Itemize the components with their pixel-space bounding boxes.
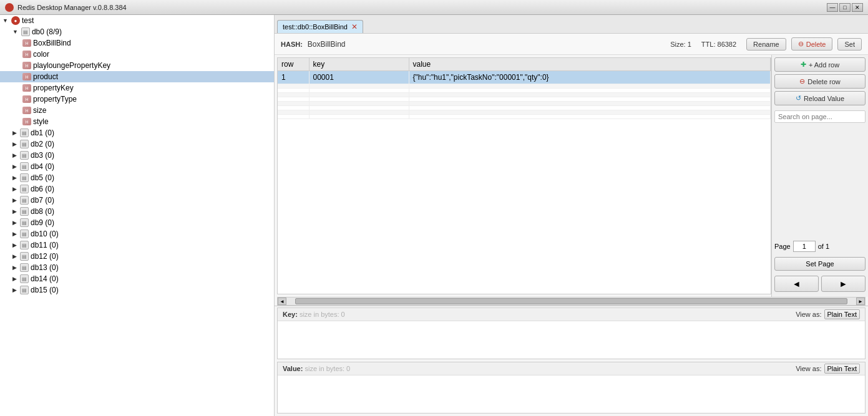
close-button[interactable]: ✕ — [852, 3, 863, 12]
value-view-dropdown[interactable]: Plain Text — [824, 364, 861, 374]
key-playloungePropertyKey[interactable]: H playloungePropertyKey — [0, 60, 274, 71]
content-area: test::db0::BoxBillBind ✕ HASH: BoxBillBi… — [275, 15, 868, 416]
db14-label: db14 (0) — [31, 274, 59, 283]
set-page-button[interactable]: Set Page — [774, 257, 866, 271]
table-row[interactable] — [278, 84, 771, 89]
horizontal-scrollbar[interactable]: ◄ ► — [277, 297, 866, 306]
hash-icon-3: H — [22, 73, 31, 80]
tab-label: test::db0::BoxBillBind — [283, 23, 348, 31]
prev-page-button[interactable]: ◄ — [774, 276, 819, 292]
maximize-button[interactable]: □ — [839, 3, 851, 12]
db8-node[interactable]: ▶ ▤ db8 (0) — [0, 206, 274, 217]
page-number-input[interactable] — [793, 241, 816, 252]
delete-button[interactable]: ⊖ Delete — [791, 37, 833, 51]
delete-row-button[interactable]: ⊖ Delete row — [774, 74, 866, 89]
db7-node[interactable]: ▶ ▤ db7 (0) — [0, 195, 274, 206]
next-page-button[interactable]: ► — [821, 276, 866, 292]
db11-node[interactable]: ▶ ▤ db11 (0) — [0, 239, 274, 251]
db5-node[interactable]: ▶ ▤ db5 (0) — [0, 172, 274, 183]
set-button[interactable]: Set — [837, 38, 862, 51]
db9-label: db9 (0) — [31, 218, 54, 227]
cell-row: 1 — [278, 71, 309, 84]
key-propertyKey[interactable]: H propertyKey — [0, 82, 274, 94]
key-view-dropdown[interactable]: Plain Text — [824, 309, 861, 319]
key-panel-label: Key: size in bytes: 0 — [283, 311, 345, 318]
db12-label: db12 (0) — [31, 252, 59, 261]
db6-node[interactable]: ▶ ▤ db6 (0) — [0, 183, 274, 195]
db9-icon: ▤ — [20, 218, 29, 227]
key-size[interactable]: H size — [0, 105, 274, 116]
value-panel-content — [278, 375, 865, 413]
cell-value: {"hu":"hu1","pickTaskNo":"00001","qty":0… — [409, 71, 771, 84]
db4-node[interactable]: ▶ ▤ db4 (0) — [0, 161, 274, 172]
scroll-thumb[interactable] — [295, 298, 847, 304]
reload-value-button[interactable]: ↺ Reload Value — [774, 91, 866, 105]
table-row[interactable] — [278, 115, 771, 119]
db4-label: db4 (0) — [31, 162, 54, 171]
server-node[interactable]: ▼ ● test — [0, 15, 274, 26]
prev-icon: ◄ — [792, 279, 801, 289]
db2-icon: ▤ — [20, 140, 29, 148]
table-row[interactable] — [278, 93, 771, 97]
key-propertyType[interactable]: H propertyType — [0, 94, 274, 105]
key-style[interactable]: H style — [0, 116, 274, 127]
table-row[interactable] — [278, 110, 771, 115]
table-row[interactable]: 1 00001 {"hu":"hu1","pickTaskNo":"00001"… — [278, 71, 771, 84]
db3-node[interactable]: ▶ ▤ db3 (0) — [0, 150, 274, 161]
db4-icon: ▤ — [20, 162, 29, 171]
db15-label: db15 (0) — [31, 286, 59, 294]
table-row[interactable] — [278, 102, 771, 106]
table-row[interactable] — [278, 97, 771, 102]
db2-node[interactable]: ▶ ▤ db2 (0) — [0, 138, 274, 150]
bottom-area: Key: size in bytes: 0 View as: Plain Tex… — [275, 306, 868, 416]
tab-boxbillbind[interactable]: test::db0::BoxBillBind ✕ — [277, 20, 363, 33]
db5-label: db5 (0) — [31, 173, 54, 182]
scroll-right-arrow[interactable]: ► — [856, 297, 865, 305]
db13-icon: ▤ — [20, 263, 29, 272]
rename-button[interactable]: Rename — [746, 38, 786, 51]
db3-triangle: ▶ — [12, 152, 17, 158]
table-row[interactable] — [278, 89, 771, 93]
db14-node[interactable]: ▶ ▤ db14 (0) — [0, 273, 274, 284]
db13-node[interactable]: ▶ ▤ db13 (0) — [0, 262, 274, 273]
key-color[interactable]: H color — [0, 49, 274, 60]
add-row-button[interactable]: ✚ + Add row — [774, 57, 866, 72]
db1-node[interactable]: ▶ ▤ db1 (0) — [0, 127, 274, 138]
db0-node[interactable]: ▼ ▤ db0 (8/9) — [0, 26, 274, 37]
db10-node[interactable]: ▶ ▤ db10 (0) — [0, 228, 274, 239]
hash-icon-4: H — [22, 84, 31, 92]
db15-node[interactable]: ▶ ▤ db15 (0) — [0, 284, 274, 296]
value-view-as: View as: Plain Text — [796, 364, 860, 374]
ttl-label: TTL: 86382 — [701, 41, 736, 48]
tab-close-icon[interactable]: ✕ — [351, 22, 358, 31]
db10-label: db10 (0) — [31, 230, 59, 238]
db12-node[interactable]: ▶ ▤ db12 (0) — [0, 251, 274, 262]
server-label: test — [22, 16, 34, 25]
value-panel: Value: size in bytes: 0 View as: Plain T… — [277, 362, 866, 414]
key-label-4: propertyKey — [33, 84, 74, 92]
db8-label: db8 (0) — [31, 207, 54, 216]
key-product[interactable]: H product — [0, 71, 274, 82]
db14-triangle: ▶ — [12, 276, 17, 282]
scroll-left-arrow[interactable]: ◄ — [278, 297, 286, 305]
key-label-5: propertyType — [33, 95, 77, 104]
key-label-6: size — [33, 106, 46, 115]
title-bar: Redis Desktop Manager v.0.8.8.384 — □ ✕ — [0, 0, 868, 15]
hash-icon-7: H — [22, 118, 31, 125]
app-icon — [5, 3, 14, 12]
db12-icon: ▤ — [20, 252, 29, 261]
key-label-2: playloungePropertyKey — [33, 61, 110, 70]
search-input[interactable] — [774, 110, 866, 123]
key-BoxBillBind[interactable]: H BoxBillBind — [0, 37, 274, 49]
minimize-button[interactable]: — — [827, 3, 838, 12]
value-panel-header: Value: size in bytes: 0 View as: Plain T… — [278, 362, 865, 375]
main-layout: ▼ ● test ▼ ▤ db0 (8/9) H BoxBillBind H c… — [0, 15, 868, 416]
db3-label: db3 (0) — [31, 151, 54, 160]
db5-triangle: ▶ — [12, 175, 17, 181]
cell-key: 00001 — [309, 71, 409, 84]
db9-node[interactable]: ▶ ▤ db9 (0) — [0, 217, 274, 228]
nav-buttons: ◄ ► — [774, 276, 866, 292]
page-label: Page — [774, 243, 791, 250]
hash-name: BoxBillBind — [308, 40, 346, 49]
table-row[interactable] — [278, 106, 771, 110]
